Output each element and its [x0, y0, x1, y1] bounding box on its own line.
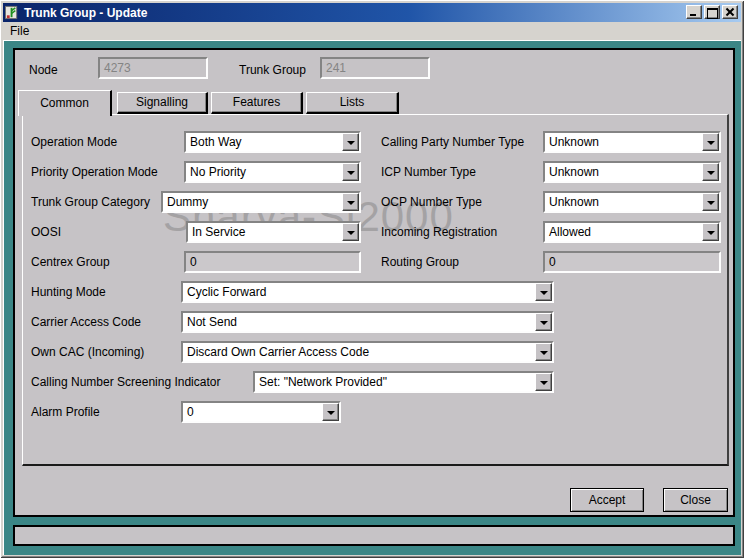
- node-label: Node: [29, 63, 58, 77]
- tab-signalling[interactable]: Signalling: [117, 92, 208, 114]
- ocp-number-type-label: OCP Number Type: [381, 195, 482, 209]
- trunk-group-category-label: Trunk Group Category: [31, 195, 150, 209]
- client-area: Node 4273 Trunk Group 241 Common Signall…: [3, 40, 741, 555]
- own-cac-incoming-select[interactable]: Discard Own Carrier Access Code: [181, 341, 554, 363]
- tab-common[interactable]: Common: [18, 90, 112, 116]
- routing-group-field[interactable]: 0: [543, 251, 721, 273]
- priority-operation-mode-select[interactable]: No Priority: [184, 161, 361, 183]
- oosi-label: OOSI: [31, 225, 61, 239]
- hunting-mode-label: Hunting Mode: [31, 285, 106, 299]
- menu-file[interactable]: File: [3, 22, 36, 40]
- operation-mode-select[interactable]: Both Way: [184, 131, 361, 153]
- chevron-down-icon[interactable]: [342, 133, 359, 151]
- icp-number-type-select[interactable]: Unknown: [543, 161, 721, 183]
- window-controls: [684, 5, 738, 19]
- ocp-number-type-select[interactable]: Unknown: [543, 191, 721, 213]
- close-button[interactable]: Close: [663, 488, 728, 512]
- tab-panel-common: Sharya-Si2000 Operation Mode Both Way Pr…: [22, 114, 729, 466]
- own-cac-incoming-label: Own CAC (Incoming): [31, 345, 144, 359]
- chevron-down-icon[interactable]: [535, 373, 552, 391]
- trunk-group-update-window: Trunk Group - Update File Node 4273 Trun…: [0, 0, 744, 558]
- main-panel: Node 4273 Trunk Group 241 Common Signall…: [13, 48, 735, 517]
- maximize-icon[interactable]: [704, 5, 720, 19]
- calling-number-screening-indicator-label: Calling Number Screening Indicator: [31, 375, 220, 389]
- oosi-select[interactable]: In Service: [186, 221, 361, 243]
- trunk-group-app-icon: [5, 5, 20, 20]
- calling-party-number-type-label: Calling Party Number Type: [381, 135, 524, 149]
- accept-button[interactable]: Accept: [570, 488, 644, 512]
- incoming-registration-select[interactable]: Allowed: [543, 221, 721, 243]
- chevron-down-icon[interactable]: [322, 403, 339, 421]
- chevron-down-icon[interactable]: [702, 223, 719, 241]
- chevron-down-icon[interactable]: [342, 223, 359, 241]
- priority-operation-mode-label: Priority Operation Mode: [31, 165, 158, 179]
- alarm-profile-select[interactable]: 0: [181, 401, 341, 423]
- icp-number-type-label: ICP Number Type: [381, 165, 476, 179]
- tab-features[interactable]: Features: [211, 92, 303, 114]
- menubar: File: [3, 22, 741, 40]
- chevron-down-icon[interactable]: [702, 133, 719, 151]
- node-field: 4273: [98, 57, 208, 79]
- trunk-group-category-select[interactable]: Dummy: [161, 191, 361, 213]
- trunk-group-label: Trunk Group: [239, 63, 306, 77]
- calling-number-screening-indicator-select[interactable]: Set: "Network Provided": [253, 371, 554, 393]
- operation-mode-label: Operation Mode: [31, 135, 117, 149]
- status-bar: [13, 525, 735, 546]
- centrex-group-label: Centrex Group: [31, 255, 110, 269]
- chevron-down-icon[interactable]: [342, 193, 359, 211]
- alarm-profile-label: Alarm Profile: [31, 405, 100, 419]
- chevron-down-icon[interactable]: [702, 193, 719, 211]
- chevron-down-icon[interactable]: [535, 343, 552, 361]
- minimize-icon[interactable]: [686, 5, 702, 19]
- chevron-down-icon[interactable]: [535, 313, 552, 331]
- window-title: Trunk Group - Update: [24, 6, 147, 20]
- hunting-mode-select[interactable]: Cyclic Forward: [181, 281, 554, 303]
- close-icon[interactable]: [722, 5, 738, 19]
- incoming-registration-label: Incoming Registration: [381, 225, 497, 239]
- routing-group-label: Routing Group: [381, 255, 459, 269]
- calling-party-number-type-select[interactable]: Unknown: [543, 131, 721, 153]
- trunk-group-field: 241: [320, 57, 430, 79]
- centrex-group-field[interactable]: 0: [184, 251, 361, 273]
- carrier-access-code-label: Carrier Access Code: [31, 315, 141, 329]
- chevron-down-icon[interactable]: [702, 163, 719, 181]
- chevron-down-icon[interactable]: [342, 163, 359, 181]
- carrier-access-code-select[interactable]: Not Send: [181, 311, 554, 333]
- chevron-down-icon[interactable]: [535, 283, 552, 301]
- tab-lists[interactable]: Lists: [306, 92, 399, 114]
- titlebar: Trunk Group - Update: [3, 3, 741, 22]
